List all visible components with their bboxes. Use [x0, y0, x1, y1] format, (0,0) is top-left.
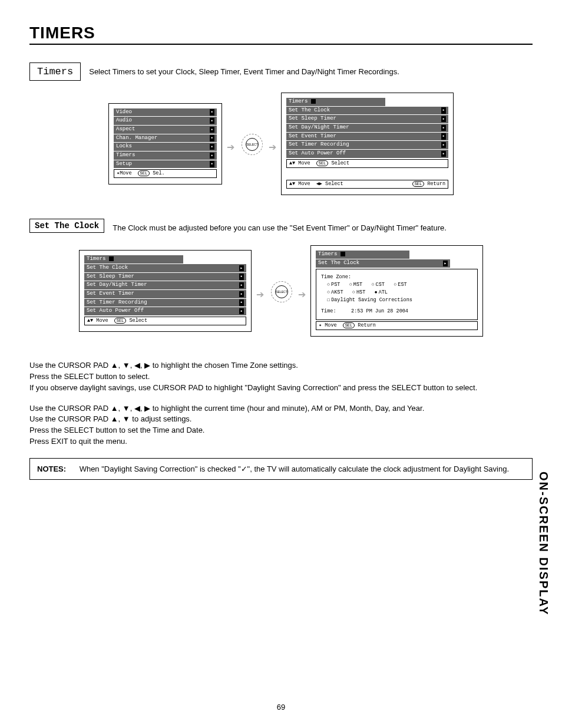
menu-item-timers: Timers▪ — [114, 151, 217, 160]
submenu2-set-autopower: Set Auto Power Off▪ — [84, 307, 246, 315]
submenu-set-sleep: Set Sleep Timer▪ — [286, 115, 448, 123]
time-zone-panel: Time Zone: PST MST CST EST AKST HST ATL … — [316, 269, 478, 320]
submenu2-set-event: Set Event Timer▪ — [84, 290, 246, 298]
set-clock-section-desc: The Clock must be adjusted before you ca… — [113, 219, 447, 234]
instructions-block-1: Use the CURSOR PAD ▲, ▼, ◀, ▶ to highlig… — [29, 360, 533, 394]
submenu2-set-recording: Set Timer Recording▪ — [84, 299, 246, 307]
figure-row-2: Timers Set The Clock▸ Set Sleep Timer▪ S… — [29, 245, 533, 337]
notes-label: NOTES: — [37, 463, 77, 475]
submenu2-set-sleep: Set Sleep Timer▪ — [84, 273, 246, 281]
instr-2b: Use the CURSOR PAD ▲, ▼ to adjust settin… — [29, 414, 533, 425]
set-clock-panel-header: Timers — [316, 251, 409, 259]
checkbox-dst: Daylight Saving Corrections — [327, 297, 412, 303]
radio-hst: HST — [352, 289, 365, 295]
set-clock-panel-sub: Set The Clock▸ — [316, 259, 450, 268]
instr-2a: Use the CURSOR PAD ▲, ▼, ◀, ▶ to highlig… — [29, 403, 533, 414]
submenu-set-event: Set Event Timer▪ — [286, 133, 448, 141]
instr-1c: If you observe daylight savings, use CUR… — [29, 383, 533, 394]
submenu-set-daynight: Set Day/Night Timer▪ — [286, 124, 448, 132]
page-number: 69 — [0, 703, 562, 711]
menu-item-setup: Setup▪ — [114, 160, 217, 169]
radio-est: EST — [394, 282, 406, 288]
select-button-icon: SELECT — [246, 138, 259, 151]
timers-submenu-figure-2: Timers Set The Clock▸ Set Sleep Timer▪ S… — [79, 250, 252, 332]
notes-text: When "Daylight Saving Correction" is che… — [80, 463, 520, 475]
instr-1b: Press the SELECT button to select. — [29, 371, 533, 383]
instr-2d: Press EXIT to quit the menu. — [29, 436, 533, 447]
select-button-icon-2: SELECT — [275, 285, 288, 298]
radio-akst: AKST — [327, 289, 343, 295]
arrow-left-icon-2: ➔ — [256, 289, 264, 300]
timers-submenu-header-2: Timers — [84, 255, 183, 263]
time-zone-label: Time Zone: — [321, 274, 472, 281]
submenu2-set-daynight: Set Day/Night Timer▪ — [84, 281, 246, 289]
arrow-right-icon: ➔ — [269, 141, 276, 153]
notes-box: NOTES: When "Daylight Saving Correction"… — [29, 458, 533, 480]
timers-section-desc: Select Timers to set your Clock, Sleep T… — [89, 62, 399, 78]
radio-pst: PST — [327, 282, 340, 288]
timers-submenu-figure: Timers Set The Clock▪ Set Sleep Timer▪ S… — [281, 93, 454, 195]
submenu-set-autopower: Set Auto Power Off▪ — [286, 150, 448, 158]
menu-item-chan-manager: Chan. Manager▪ — [114, 134, 217, 143]
menu-item-aspect: Aspect▪ — [114, 126, 217, 134]
timers-submenu-hint-2: ▲▼ Move ◀▶ Select SEL Return — [286, 180, 448, 189]
timers-section-label: Timers — [29, 62, 81, 81]
main-menu-figure: Video▪ Audio▪ Aspect▪ Chan. Manager▪ Loc… — [108, 103, 222, 185]
instr-2c: Press the SELECT button to set the Time … — [29, 425, 533, 436]
radio-cst: CST — [371, 282, 384, 288]
timers-submenu-hint-3: ▲▼ Move SEL Select — [84, 317, 246, 325]
time-label: Time: — [321, 308, 336, 314]
submenu-set-clock: Set The Clock▪ — [286, 107, 448, 115]
radio-mst: MST — [349, 282, 362, 288]
menu-item-locks: Locks▪ — [114, 143, 217, 151]
arrow-left-icon: ➔ — [227, 141, 234, 153]
remote-select-icon-2: ➔ SELECT ➔ — [257, 278, 305, 304]
side-tab: ON-SCREEN DISPLAY — [537, 472, 550, 615]
timers-section-row: Timers Select Timers to set your Clock, … — [29, 62, 533, 81]
radio-atl: ATL — [375, 289, 388, 295]
page-title: TIMERS — [29, 24, 533, 45]
instr-1a: Use the CURSOR PAD ▲, ▼, ◀, ▶ to highlig… — [29, 360, 533, 371]
timers-submenu-header: Timers — [286, 98, 385, 106]
set-clock-section-label: Set The Clock — [29, 219, 104, 233]
figure-row-1: Video▪ Audio▪ Aspect▪ Chan. Manager▪ Loc… — [29, 93, 533, 195]
arrow-right-icon-2: ➔ — [298, 289, 306, 300]
set-clock-section-row: Set The Clock The Clock must be adjusted… — [29, 219, 533, 234]
instructions-block-2: Use the CURSOR PAD ▲, ▼, ◀, ▶ to highlig… — [29, 403, 533, 447]
set-clock-hint: ✦ Move SEL Return — [316, 321, 478, 330]
submenu2-set-clock: Set The Clock▸ — [84, 264, 246, 272]
timers-submenu-hint-1: ▲▼ Move SEL Select — [286, 159, 448, 168]
menu-item-video: Video▪ — [114, 108, 217, 117]
submenu-set-recording: Set Timer Recording▪ — [286, 141, 448, 149]
main-menu-hint: ✦Move SEL Sel. — [114, 169, 217, 178]
remote-select-icon: ➔ SELECT ➔ — [228, 131, 275, 157]
menu-item-audio: Audio▪ — [114, 117, 217, 125]
set-clock-panel-figure: Timers Set The Clock▸ Time Zone: PST MST… — [310, 245, 483, 337]
time-value: 2:53 PM Jun 28 2004 — [351, 308, 408, 314]
